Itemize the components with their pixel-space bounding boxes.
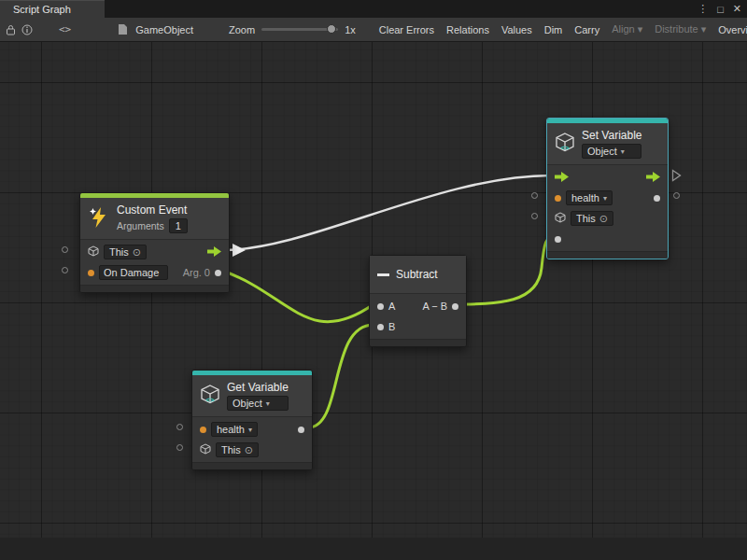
target-self-field[interactable]: This ⊙ (216, 442, 259, 457)
graph-toolbar: <> GameObject Zoom 1x Clear Errors Relat… (0, 18, 747, 42)
port-row: B (370, 316, 466, 337)
port-row (547, 229, 668, 249)
node-title: Set Variable (582, 129, 641, 142)
graph-canvas[interactable]: Custom Event Arguments This ⊙ (0, 42, 747, 560)
variable-name-input-port[interactable] (555, 195, 561, 202)
external-flow-port-triangle[interactable] (671, 169, 682, 182)
event-name-input[interactable] (99, 265, 168, 280)
node-title: Custom Event (117, 203, 188, 217)
arg0-output-port[interactable] (215, 270, 221, 276)
target-self-field[interactable]: This ⊙ (571, 211, 613, 226)
target-self-label: This (221, 444, 241, 455)
external-port-ring[interactable] (62, 267, 68, 273)
value-output-port[interactable] (654, 195, 660, 202)
node-footer (370, 339, 466, 346)
variable-kind-dropdown[interactable]: Object ▾ (582, 144, 641, 159)
graph-owner-label: GameObject (135, 24, 193, 35)
lock-icon[interactable] (6, 21, 16, 39)
input-a-port[interactable] (377, 303, 384, 310)
carry-button[interactable]: Carry (570, 22, 604, 37)
relations-button[interactable]: Relations (442, 22, 494, 37)
subtract-icon (377, 273, 389, 276)
clear-errors-button[interactable]: Clear Errors (374, 22, 439, 37)
zoom-label: Zoom (229, 24, 255, 35)
variable-cube-icon: <> (555, 133, 575, 155)
port-row: This ⊙ (80, 242, 229, 262)
self-target-icon: ⊙ (133, 246, 141, 259)
node-title: Subtract (396, 268, 438, 281)
new-value-input-port[interactable] (555, 236, 561, 243)
close-icon[interactable]: ✕ (733, 3, 741, 15)
distribute-dropdown-button[interactable]: Distribute ▾ (650, 21, 711, 37)
external-port-ring[interactable] (531, 192, 538, 199)
result-output-port[interactable] (452, 303, 458, 310)
variable-name-input-port[interactable] (200, 427, 206, 433)
flow-output-port[interactable] (646, 172, 660, 184)
target-self-field[interactable]: This ⊙ (104, 245, 147, 259)
external-port-ring[interactable] (531, 213, 538, 219)
window-tab-bar: Script Graph ⋮ □ ✕ (0, 0, 747, 18)
tab-script-graph[interactable]: Script Graph (0, 0, 105, 18)
values-button[interactable]: Values (497, 22, 537, 37)
external-port-ring[interactable] (62, 246, 68, 253)
port-row: health ▾ (192, 419, 312, 440)
arguments-count-input[interactable] (169, 218, 188, 233)
zoom-slider-handle[interactable] (327, 24, 336, 34)
port-row: Arg. 0 (80, 262, 229, 283)
align-dropdown-button[interactable]: Align ▾ (607, 21, 647, 37)
gameobject-icon (114, 21, 131, 39)
dropdown-arrow-icon: ▾ (266, 399, 270, 408)
port-row: This ⊙ (547, 208, 668, 229)
wire-getvariable-to-subtract-b (308, 325, 374, 427)
dropdown-arrow-icon: ▾ (603, 194, 607, 203)
variable-kind-value: Object (233, 398, 262, 409)
input-b-label: B (388, 321, 395, 332)
info-icon[interactable] (21, 21, 33, 39)
port-row: health ▾ (547, 188, 668, 208)
window-menu-icon[interactable]: ⋮ (698, 3, 708, 15)
script-graph-window: Script Graph ⋮ □ ✕ <> GameObject Zoom (0, 0, 747, 560)
input-a-label: A (388, 301, 395, 312)
svg-text:<>: <> (560, 144, 570, 152)
gameobject-cube-icon (88, 245, 99, 259)
dropdown-arrow-icon: ▾ (621, 147, 625, 156)
subtract-node[interactable]: Subtract A A − B B (369, 255, 467, 347)
zoom-slider[interactable] (261, 28, 338, 31)
node-footer (80, 285, 229, 292)
custom-event-node[interactable]: Custom Event Arguments This ⊙ (79, 192, 230, 293)
flow-output-port[interactable] (207, 246, 221, 259)
self-target-icon: ⊙ (599, 213, 608, 225)
variable-kind-value: Object (587, 146, 617, 157)
variable-name-value: health (571, 192, 599, 203)
value-output-port[interactable] (298, 427, 304, 433)
variable-name-dropdown[interactable]: health ▾ (211, 422, 258, 437)
external-port-ring[interactable] (176, 444, 183, 451)
flow-input-port[interactable] (555, 172, 569, 184)
graph-owner[interactable]: GameObject (114, 21, 193, 39)
tab-title: Script Graph (13, 4, 71, 15)
external-port-ring[interactable] (673, 192, 680, 199)
port-row: This ⊙ (192, 440, 312, 460)
wire-flow-customevent-to-setvariable (224, 175, 551, 250)
variable-name-value: health (217, 424, 245, 435)
code-view-icon[interactable]: <> (59, 23, 71, 35)
get-variable-node[interactable]: <> Get Variable Object ▾ health ▾ (191, 370, 313, 470)
input-b-port[interactable] (377, 324, 384, 330)
target-self-label: This (576, 213, 596, 224)
port-row (547, 167, 668, 188)
variable-name-dropdown[interactable]: health ▾ (566, 190, 613, 205)
custom-event-icon (88, 206, 110, 231)
set-variable-node[interactable]: <> Set Variable Object ▾ (546, 118, 669, 259)
event-name-input-port[interactable] (88, 270, 94, 276)
wire-arg0-to-subtract-a (222, 271, 374, 322)
dim-button[interactable]: Dim (540, 22, 568, 37)
maximize-icon[interactable]: □ (717, 4, 724, 15)
variable-kind-dropdown[interactable]: Object ▾ (227, 396, 289, 411)
overview-button[interactable]: Overview (713, 22, 747, 37)
external-port-ring[interactable] (176, 424, 183, 430)
gameobject-cube-icon (555, 212, 566, 225)
arg0-output-label: Arg. 0 (183, 267, 210, 278)
zoom-value: 1x (345, 24, 356, 35)
arguments-label: Arguments (117, 220, 164, 231)
wire-subtract-to-setvariable-value (452, 239, 556, 304)
